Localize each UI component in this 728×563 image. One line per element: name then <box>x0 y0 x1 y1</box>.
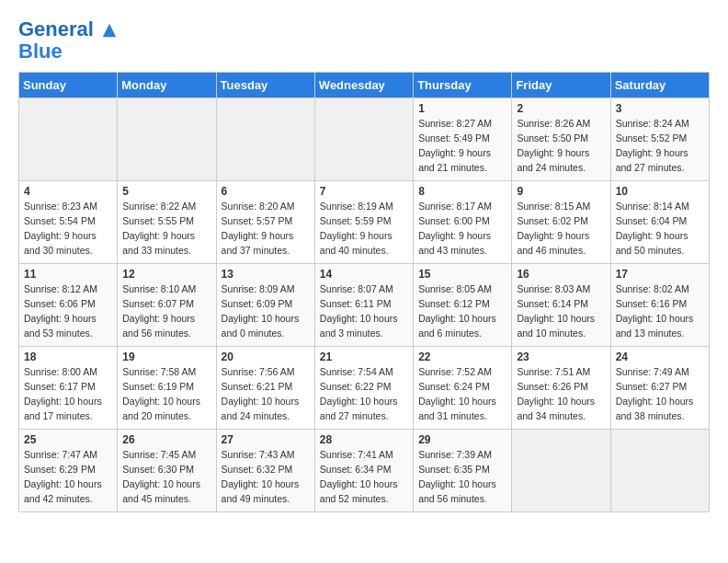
day-number: 25 <box>24 433 112 446</box>
day-info: Sunrise: 8:15 AMSunset: 6:02 PMDaylight:… <box>517 200 605 258</box>
calendar-cell: 10 Sunrise: 8:14 AMSunset: 6:04 PMDaylig… <box>610 181 709 264</box>
day-info: Sunrise: 7:49 AMSunset: 6:27 PMDaylight:… <box>616 365 704 423</box>
calendar-cell: 16 Sunrise: 8:03 AMSunset: 6:14 PMDaylig… <box>512 264 610 347</box>
day-info: Sunrise: 7:45 AMSunset: 6:30 PMDaylight:… <box>122 448 210 506</box>
calendar-week-row: 1 Sunrise: 8:27 AMSunset: 5:49 PMDayligh… <box>19 98 710 181</box>
svg-marker-0 <box>103 24 116 37</box>
calendar-cell <box>118 98 216 181</box>
calendar-cell: 18 Sunrise: 8:00 AMSunset: 6:17 PMDaylig… <box>19 347 118 430</box>
day-number: 4 <box>24 185 112 198</box>
calendar-cell: 23 Sunrise: 7:51 AMSunset: 6:26 PMDaylig… <box>512 347 610 430</box>
day-info: Sunrise: 8:12 AMSunset: 6:06 PMDaylight:… <box>24 282 112 340</box>
calendar-cell: 26 Sunrise: 7:45 AMSunset: 6:30 PMDaylig… <box>118 430 216 512</box>
day-number: 8 <box>418 185 506 198</box>
day-number: 22 <box>418 350 506 363</box>
day-info: Sunrise: 8:14 AMSunset: 6:04 PMDaylight:… <box>616 200 704 258</box>
day-number: 15 <box>418 268 506 281</box>
calendar-cell: 17 Sunrise: 8:02 AMSunset: 6:16 PMDaylig… <box>610 264 709 347</box>
day-info: Sunrise: 8:22 AMSunset: 5:55 PMDaylight:… <box>122 200 210 258</box>
day-info: Sunrise: 8:09 AMSunset: 6:09 PMDaylight:… <box>222 282 310 340</box>
day-info: Sunrise: 8:20 AMSunset: 5:57 PMDaylight:… <box>222 200 310 258</box>
day-info: Sunrise: 7:52 AMSunset: 6:24 PMDaylight:… <box>418 365 506 423</box>
calendar-cell: 5 Sunrise: 8:22 AMSunset: 5:55 PMDayligh… <box>118 181 216 264</box>
day-number: 12 <box>122 268 210 281</box>
day-info: Sunrise: 8:23 AMSunset: 5:54 PMDaylight:… <box>24 200 112 258</box>
calendar-cell <box>512 430 610 512</box>
calendar-cell: 22 Sunrise: 7:52 AMSunset: 6:24 PMDaylig… <box>414 347 512 430</box>
calendar-cell: 3 Sunrise: 8:24 AMSunset: 5:52 PMDayligh… <box>610 98 709 181</box>
calendar-cell: 12 Sunrise: 8:10 AMSunset: 6:07 PMDaylig… <box>118 264 216 347</box>
column-header-wednesday: Wednesday <box>314 73 413 98</box>
calendar-cell: 2 Sunrise: 8:26 AMSunset: 5:50 PMDayligh… <box>512 98 610 181</box>
day-number: 2 <box>517 102 605 115</box>
calendar-cell: 24 Sunrise: 7:49 AMSunset: 6:27 PMDaylig… <box>610 347 709 430</box>
column-header-thursday: Thursday <box>414 73 512 98</box>
calendar-cell: 19 Sunrise: 7:58 AMSunset: 6:19 PMDaylig… <box>118 347 216 430</box>
day-number: 6 <box>222 185 310 198</box>
logo: General Blue <box>18 18 118 63</box>
calendar-cell <box>216 98 314 181</box>
day-number: 17 <box>616 268 704 281</box>
calendar-cell <box>314 98 413 181</box>
day-info: Sunrise: 8:00 AMSunset: 6:17 PMDaylight:… <box>24 365 112 423</box>
calendar-cell: 25 Sunrise: 7:47 AMSunset: 6:29 PMDaylig… <box>19 430 118 512</box>
day-number: 19 <box>122 350 210 363</box>
day-number: 26 <box>122 433 210 446</box>
day-info: Sunrise: 7:56 AMSunset: 6:21 PMDaylight:… <box>222 365 310 423</box>
calendar-cell: 4 Sunrise: 8:23 AMSunset: 5:54 PMDayligh… <box>19 181 118 264</box>
day-number: 1 <box>418 102 506 115</box>
calendar-cell: 9 Sunrise: 8:15 AMSunset: 6:02 PMDayligh… <box>512 181 610 264</box>
day-info: Sunrise: 7:41 AMSunset: 6:34 PMDaylight:… <box>320 448 408 506</box>
day-number: 23 <box>517 350 605 363</box>
day-info: Sunrise: 8:17 AMSunset: 6:00 PMDaylight:… <box>418 200 506 258</box>
calendar-cell <box>610 430 709 512</box>
calendar-cell: 1 Sunrise: 8:27 AMSunset: 5:49 PMDayligh… <box>414 98 512 181</box>
calendar-header-row: SundayMondayTuesdayWednesdayThursdayFrid… <box>19 73 710 98</box>
day-info: Sunrise: 7:51 AMSunset: 6:26 PMDaylight:… <box>517 365 605 423</box>
day-info: Sunrise: 8:03 AMSunset: 6:14 PMDaylight:… <box>517 282 605 340</box>
day-info: Sunrise: 8:19 AMSunset: 5:59 PMDaylight:… <box>320 200 408 258</box>
day-number: 11 <box>24 268 112 281</box>
page-header: General Blue <box>18 18 710 63</box>
column-header-sunday: Sunday <box>19 73 118 98</box>
calendar-table: SundayMondayTuesdayWednesdayThursdayFrid… <box>18 72 710 512</box>
calendar-cell: 8 Sunrise: 8:17 AMSunset: 6:00 PMDayligh… <box>414 181 512 264</box>
column-header-friday: Friday <box>512 73 610 98</box>
day-number: 5 <box>122 185 210 198</box>
day-number: 3 <box>616 102 704 115</box>
day-info: Sunrise: 8:02 AMSunset: 6:16 PMDaylight:… <box>616 282 704 340</box>
day-info: Sunrise: 8:27 AMSunset: 5:49 PMDaylight:… <box>418 117 506 175</box>
day-info: Sunrise: 7:54 AMSunset: 6:22 PMDaylight:… <box>320 365 408 423</box>
calendar-cell: 28 Sunrise: 7:41 AMSunset: 6:34 PMDaylig… <box>314 430 413 512</box>
logo-text: General Blue <box>18 18 118 63</box>
calendar-week-row: 4 Sunrise: 8:23 AMSunset: 5:54 PMDayligh… <box>19 181 710 264</box>
calendar-week-row: 25 Sunrise: 7:47 AMSunset: 6:29 PMDaylig… <box>19 430 710 512</box>
calendar-cell: 29 Sunrise: 7:39 AMSunset: 6:35 PMDaylig… <box>414 430 512 512</box>
day-number: 10 <box>616 185 704 198</box>
calendar-cell <box>19 98 118 181</box>
day-info: Sunrise: 8:10 AMSunset: 6:07 PMDaylight:… <box>122 282 210 340</box>
day-info: Sunrise: 8:07 AMSunset: 6:11 PMDaylight:… <box>320 282 408 340</box>
day-number: 9 <box>517 185 605 198</box>
day-info: Sunrise: 7:47 AMSunset: 6:29 PMDaylight:… <box>24 448 112 506</box>
day-info: Sunrise: 8:26 AMSunset: 5:50 PMDaylight:… <box>517 117 605 175</box>
day-info: Sunrise: 7:39 AMSunset: 6:35 PMDaylight:… <box>418 448 506 506</box>
day-number: 20 <box>222 350 310 363</box>
day-info: Sunrise: 7:58 AMSunset: 6:19 PMDaylight:… <box>122 365 210 423</box>
day-number: 24 <box>616 350 704 363</box>
column-header-monday: Monday <box>118 73 216 98</box>
day-number: 16 <box>517 268 605 281</box>
calendar-cell: 11 Sunrise: 8:12 AMSunset: 6:06 PMDaylig… <box>19 264 118 347</box>
calendar-cell: 20 Sunrise: 7:56 AMSunset: 6:21 PMDaylig… <box>216 347 314 430</box>
day-number: 21 <box>320 350 408 363</box>
calendar-week-row: 18 Sunrise: 8:00 AMSunset: 6:17 PMDaylig… <box>19 347 710 430</box>
calendar-cell: 14 Sunrise: 8:07 AMSunset: 6:11 PMDaylig… <box>314 264 413 347</box>
day-number: 13 <box>222 268 310 281</box>
day-number: 7 <box>320 185 408 198</box>
day-info: Sunrise: 7:43 AMSunset: 6:32 PMDaylight:… <box>222 448 310 506</box>
day-number: 27 <box>222 433 310 446</box>
calendar-cell: 21 Sunrise: 7:54 AMSunset: 6:22 PMDaylig… <box>314 347 413 430</box>
calendar-cell: 15 Sunrise: 8:05 AMSunset: 6:12 PMDaylig… <box>414 264 512 347</box>
calendar-cell: 27 Sunrise: 7:43 AMSunset: 6:32 PMDaylig… <box>216 430 314 512</box>
calendar-cell: 13 Sunrise: 8:09 AMSunset: 6:09 PMDaylig… <box>216 264 314 347</box>
